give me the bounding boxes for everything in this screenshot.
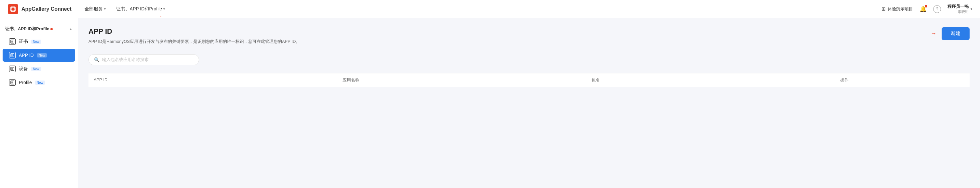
page-header: APP ID APP ID是HarmonyOS应用进行开发与发布的关键要素，是识… xyxy=(89,27,970,45)
col-header-appid: APP ID xyxy=(94,77,342,83)
user-sub: 李晓明 xyxy=(958,9,969,14)
nav-cert-appid-profile[interactable]: 证书、APP ID和Profile ▾ xyxy=(116,5,165,13)
user-info: 程序员一鸣 李晓明 xyxy=(948,3,969,14)
search-icon: 🔍 xyxy=(94,57,100,62)
profile-icon xyxy=(9,79,16,86)
new-btn-arrow: → xyxy=(931,30,936,37)
nav-all-services[interactable]: 全部服务 ▾ xyxy=(84,5,106,13)
profile-new-badge: New xyxy=(35,81,45,85)
nav-links: 全部服务 ▾ 证书、APP ID和Profile ▾ ↑ xyxy=(84,5,881,13)
help-button[interactable]: ? xyxy=(933,5,941,13)
sidebar-section-header[interactable]: 证书、APP ID和Profile ▲ xyxy=(0,24,78,35)
all-services-chevron: ▾ xyxy=(104,7,106,11)
search-input[interactable] xyxy=(102,57,194,62)
cert-new-badge: New xyxy=(31,39,41,44)
sidebar-section-label: 证书、APP ID和Profile xyxy=(5,26,53,32)
col-header-action: 操作 xyxy=(840,77,964,83)
sidebar-item-cert[interactable]: 证书 New xyxy=(3,35,75,48)
notification-dot xyxy=(925,5,927,8)
device-new-badge: New xyxy=(31,67,41,71)
main-content: APP ID APP ID是HarmonyOS应用进行开发与发布的关键要素，是识… xyxy=(78,18,980,188)
top-nav: AppGallery Connect 全部服务 ▾ 证书、APP ID和Prof… xyxy=(0,0,980,18)
device-icon xyxy=(9,66,16,72)
btn-area: → 新建 xyxy=(931,27,970,40)
new-button[interactable]: 新建 xyxy=(942,27,970,40)
col-header-app-name: 应用名称 xyxy=(342,77,591,83)
logo-text: AppGallery Connect xyxy=(21,6,72,12)
page-title: APP ID xyxy=(89,27,300,36)
device-label: 设备 xyxy=(19,66,28,72)
cert-label: 证书 xyxy=(19,39,28,44)
logo-icon xyxy=(8,4,18,14)
search-bar: 🔍 xyxy=(89,54,199,65)
logo-area[interactable]: AppGallery Connect xyxy=(8,4,72,14)
demo-project-btn[interactable]: ⊞ 体验演示项目 xyxy=(881,6,913,12)
user-name: 程序员一鸣 xyxy=(948,3,969,9)
col-header-package-name: 包名 xyxy=(591,77,840,83)
appid-new-badge: New xyxy=(37,53,47,57)
notification-bell[interactable]: 🔔 xyxy=(920,6,927,13)
cert-profile-chevron: ▾ xyxy=(163,7,165,11)
sidebar-item-device[interactable]: 设备 New xyxy=(3,62,75,75)
appid-icon xyxy=(9,52,16,58)
sidebar: 证书、APP ID和Profile ▲ 证书 New APP ID New 设备 xyxy=(0,18,78,188)
demo-label: 体验演示项目 xyxy=(888,6,913,12)
user-area[interactable]: 程序员一鸣 李晓明 ▾ xyxy=(948,3,972,14)
all-services-label: 全部服务 xyxy=(84,6,103,12)
layout: 证书、APP ID和Profile ▲ 证书 New APP ID New 设备 xyxy=(0,18,980,188)
page-desc: APP ID是HarmonyOS应用进行开发与发布的关键要素，是识别您的应用的唯… xyxy=(89,38,300,45)
sidebar-item-appid[interactable]: APP ID New xyxy=(3,49,75,62)
cert-profile-label: 证书、APP ID和Profile xyxy=(116,6,162,12)
table-header: APP ID 应用名称 包名 操作 xyxy=(89,73,970,87)
sidebar-item-profile[interactable]: Profile New xyxy=(3,76,75,89)
profile-label: Profile xyxy=(19,80,32,85)
sidebar-dot-badge xyxy=(51,28,53,30)
cert-icon xyxy=(9,38,16,45)
page-title-area: APP ID APP ID是HarmonyOS应用进行开发与发布的关键要素，是识… xyxy=(89,27,300,45)
nav-right: ⊞ 体验演示项目 🔔 ? 程序员一鸣 李晓明 ▾ xyxy=(881,3,972,14)
demo-icon: ⊞ xyxy=(881,6,886,12)
user-chevron: ▾ xyxy=(970,7,972,11)
sidebar-collapse-icon: ▲ xyxy=(69,27,73,31)
appid-label: APP ID xyxy=(19,52,34,58)
